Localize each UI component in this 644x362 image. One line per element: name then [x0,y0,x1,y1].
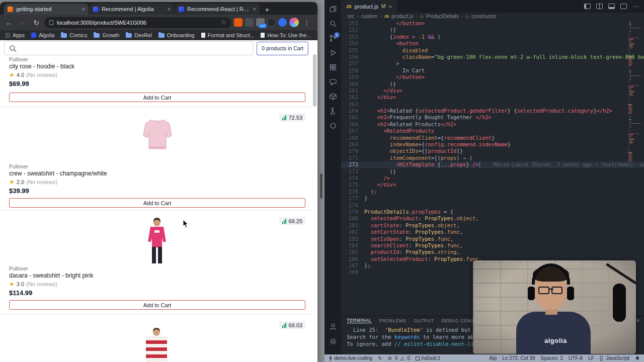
status-indentation[interactable]: Spaces: 2 [540,355,562,361]
method-symbol-icon: ◇ [465,14,469,19]
run-debug-icon[interactable] [329,49,337,57]
new-tab-button[interactable]: + [261,4,274,15]
tab-close-icon[interactable]: × [388,4,391,10]
git-blame-annotation: Marie-Laure Thuret, 3 weeks ago • feat(d… [480,161,644,167]
status-language[interactable]: {} JavaScript [600,355,629,361]
browser-tab-recommend[interactable]: Recommend | Algolia × [90,4,174,15]
toggle-sidebar-icon[interactable] [584,4,591,9]
status-cursor-position[interactable]: Ln 272, Col 39 [502,355,535,361]
browser-tab-getting-started[interactable]: getting-started × [4,4,89,15]
divider [0,210,311,211]
chat-icon[interactable] [329,78,337,86]
mouse-cursor [183,219,189,230]
line-number: 286 [341,256,358,262]
address-url[interactable]: localhost:3000/product/SWE41G006 [57,20,217,26]
bookmark-item-format-and-struct[interactable]: Format and Struct... [201,32,255,38]
bookmark-star-icon[interactable]: ☆ [220,19,226,26]
browser-tab-recommend-react[interactable]: Recommend-React | Recomm... × [175,4,260,15]
extension-icon-1[interactable] [234,18,243,27]
search-input[interactable] [4,41,254,55]
settings-gear-icon[interactable] [329,337,337,345]
browser-tab-strip: getting-started × Recommend | Algolia × … [0,2,317,15]
package-icon[interactable] [329,93,337,101]
tab-close-icon[interactable]: × [82,6,85,12]
back-button[interactable]: ← [4,17,15,28]
forward-button[interactable]: → [17,17,28,28]
beaker-icon[interactable] [329,107,337,115]
product-category: Pullover [9,163,28,169]
bookmark-item-devrel[interactable]: DevRel [126,32,151,38]
search-icon[interactable] [329,20,337,28]
breadcrumb-src[interactable]: src [348,14,354,19]
code-line: 275 </div> [341,182,644,188]
more-actions-icon[interactable]: ⋯ [632,3,639,10]
status-misc[interactable]: Atp [489,355,497,361]
minimap[interactable] [628,21,641,164]
line-number: 284 [341,242,358,249]
status-eol[interactable]: LF [588,355,594,361]
extension-icon-5[interactable] [278,18,287,27]
bookmark-item-onboarding[interactable]: Onboarding [158,32,195,38]
product-image-striped-sweater[interactable] [142,328,171,362]
add-to-cart-button[interactable]: Add to Cart [9,198,305,208]
bell-icon[interactable] [635,355,640,361]
code-line: 262 </div> [341,94,644,101]
cart-button[interactable]: 0 products in Cart [257,42,308,55]
reload-button[interactable]: ↻ [31,17,42,28]
panel-close-icon[interactable]: × [636,317,639,323]
bookmark-item-how-to-use-the[interactable]: How-To: Use the... [261,32,310,38]
product-name[interactable]: city rose - hoodie - black [9,63,74,70]
divider [0,107,311,107]
page-info-icon[interactable] [49,20,53,25]
code-line: 279ProductDetails.propTypes = { [341,209,644,215]
breadcrumb-method[interactable]: constructor [471,14,496,19]
product-image-dasara-sweatshirt[interactable] [144,217,170,265]
breadcrumb-custom[interactable]: custom [361,14,377,19]
tab-terminal[interactable]: TERMINAL [347,318,372,323]
circle-icon[interactable] [329,122,337,130]
line-number: 257 [341,60,358,67]
profile-avatar[interactable] [289,18,299,27]
toggle-panel-icon[interactable] [608,4,615,9]
page-scrollbar-thumb[interactable] [313,54,316,107]
bookmark-item-comics[interactable]: Comics [61,32,87,38]
product-rating: ★ 3.0 (No reviews) [9,281,57,288]
bookmark-item-apps[interactable]: Apps [5,32,25,38]
extensions-icon[interactable] [329,63,337,71]
status-encoding[interactable]: UTF-8 [569,355,583,361]
bookmark-item-algolia[interactable]: Algolia [31,32,55,38]
product-name[interactable]: dasara - sweatshirt - bright pink [9,272,93,279]
breadcrumb-file[interactable]: product.js [391,14,413,19]
account-icon[interactable] [329,323,337,331]
layout-icon[interactable] [620,4,627,9]
product-name[interactable]: crew - sweatshirt - champagne/white [9,170,107,177]
explorer-icon[interactable] [329,5,337,13]
editor-tab-product-js[interactable]: JS product.js M × [341,0,397,13]
split-editor-icon[interactable] [596,4,603,9]
status-sync-icon[interactable]: ↻ [378,355,382,361]
code-line: 260 )} [341,81,644,87]
line-number: 288 [341,269,358,276]
extension-icon-3[interactable]: 107 [256,18,265,27]
browser-menu-icon[interactable]: ⋮ [301,19,312,26]
breadcrumbs: src› custom› JS product.js› ◇ ProductDet… [341,13,644,20]
tab-close-icon[interactable]: × [253,6,256,12]
bookmark-item-growth[interactable]: Growth [94,32,119,38]
add-to-cart-button[interactable]: Add to Cart [9,300,305,310]
review-count: (No reviews) [26,72,57,78]
extension-icon-4[interactable] [267,18,276,27]
address-bar[interactable]: localhost:3000/product/SWE41G006 ☆ [44,17,231,28]
source-control-icon[interactable]: 1 [329,34,337,42]
add-to-cart-button[interactable]: Add to Cart [9,93,305,102]
status-problems[interactable]: ⊘ 0 △ 0 [388,355,411,361]
breadcrumb-symbol[interactable]: ProductDetails [426,14,459,19]
window-gap-scrollbar[interactable] [320,173,323,199]
code-line: 281 cartState: PropTypes.object, [341,222,644,229]
status-branch[interactable]: demo-live-coding [329,355,372,361]
extension-icon-2[interactable] [245,18,254,27]
tab-output[interactable]: OUTPUT [414,318,434,323]
tab-problems[interactable]: PROBLEMS [379,318,407,323]
tab-close-icon[interactable]: × [168,6,171,12]
product-image-crew-sweatshirt[interactable] [141,116,174,155]
code-line: 276 ); [341,189,644,195]
